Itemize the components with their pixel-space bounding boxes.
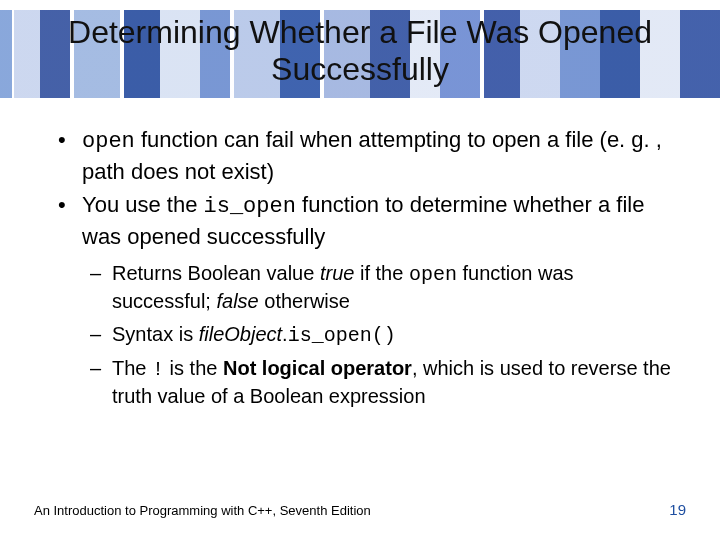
code-span: is_open	[204, 194, 296, 219]
bullet-item: open function can fail when attempting t…	[58, 125, 674, 186]
text-span: Returns Boolean value	[112, 262, 320, 284]
bullet-item: You use the is_open function to determin…	[58, 190, 674, 409]
text-span: The	[112, 357, 152, 379]
sub-bullet-item: Returns Boolean value true if the open f…	[90, 260, 674, 315]
emphasis-span: fileObject	[199, 323, 282, 345]
slide-title: Determining Whether a File Was Opened Su…	[0, 14, 720, 88]
bullet-list: open function can fail when attempting t…	[58, 125, 674, 410]
text-span: if the	[354, 262, 408, 284]
sub-bullet-list: Returns Boolean value true if the open f…	[90, 260, 674, 410]
sub-bullet-item: Syntax is fileObject.is_open()	[90, 321, 674, 349]
emphasis-span: false	[216, 290, 258, 312]
sub-bullet-item: The ! is the Not logical operator, which…	[90, 355, 674, 410]
slide-body: open function can fail when attempting t…	[58, 125, 674, 416]
code-span: open	[82, 129, 135, 154]
bold-span: Not logical operator	[223, 357, 412, 379]
slide: Determining Whether a File Was Opened Su…	[0, 0, 720, 540]
code-span: open	[409, 263, 457, 286]
text-span: is the	[164, 357, 223, 379]
text-span: You use the	[82, 192, 204, 217]
code-span: !	[152, 358, 164, 381]
footer-book-title: An Introduction to Programming with C++,…	[34, 503, 371, 518]
text-span: otherwise	[259, 290, 350, 312]
emphasis-span: true	[320, 262, 354, 284]
page-number: 19	[669, 501, 686, 518]
text-span: function can fail when attempting to ope…	[82, 127, 662, 184]
slide-footer: An Introduction to Programming with C++,…	[34, 501, 686, 518]
code-span: is_open()	[288, 324, 396, 347]
text-span: Syntax is	[112, 323, 199, 345]
